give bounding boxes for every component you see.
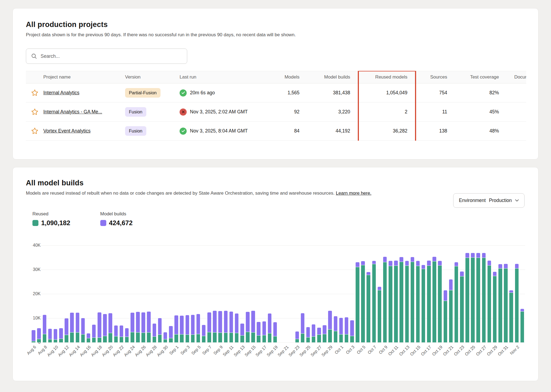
stacked-bar-sep-4[interactable]: [191, 315, 195, 342]
stacked-bar-oct-23[interactable]: [460, 272, 464, 342]
stacked-bar-oct-22[interactable]: [455, 262, 458, 342]
stacked-bar-sep-24[interactable]: [301, 313, 305, 342]
stacked-bar-aug-8[interactable]: [43, 315, 47, 342]
stacked-bar-aug-15[interactable]: [81, 318, 85, 342]
stacked-bar-sep-7[interactable]: [207, 312, 211, 342]
stacked-bar-sep-27[interactable]: [317, 328, 321, 342]
column-header-models[interactable]: Models: [270, 74, 308, 80]
stacked-bar-aug-30[interactable]: [164, 332, 167, 342]
stacked-bar-oct-14[interactable]: [411, 257, 414, 342]
stacked-bar-sep-25[interactable]: [306, 327, 310, 342]
stacked-bar-sep-16[interactable]: [257, 322, 261, 342]
learn-more-link[interactable]: Learn more here.: [336, 191, 371, 196]
stacked-bar-oct-15[interactable]: [416, 261, 420, 342]
column-header-model-builds[interactable]: Model builds: [308, 74, 359, 80]
column-header-version[interactable]: Version: [125, 74, 180, 80]
stacked-bar-oct-3[interactable]: [350, 320, 354, 342]
column-header-docum[interactable]: Docum: [508, 74, 526, 80]
stacked-bar-aug-25[interactable]: [136, 312, 140, 342]
stacked-bar-aug-24[interactable]: [131, 313, 134, 342]
stacked-bar-sep-9[interactable]: [218, 311, 222, 342]
environment-select[interactable]: Environment Production: [453, 193, 525, 208]
stacked-bar-oct-29[interactable]: [493, 272, 497, 342]
column-header-project-name[interactable]: Project name: [43, 74, 125, 80]
stacked-bar-oct-13[interactable]: [405, 261, 409, 342]
stacked-bar-aug-9[interactable]: [48, 329, 52, 342]
column-header-sources[interactable]: Sources: [416, 74, 456, 80]
stacked-bar-aug-23[interactable]: [125, 328, 129, 342]
stacked-bar-sep-5[interactable]: [196, 314, 200, 342]
stacked-bar-oct-10[interactable]: [389, 261, 392, 342]
stacked-bar-sep-11[interactable]: [229, 312, 233, 342]
stacked-bar-oct-2[interactable]: [345, 317, 349, 342]
stacked-bar-oct-21[interactable]: [449, 279, 453, 342]
stacked-bar-oct-25[interactable]: [471, 253, 475, 342]
stacked-bar-sep-19[interactable]: [273, 322, 277, 342]
stacked-bar-aug-12[interactable]: [65, 318, 68, 342]
stacked-bar-aug-10[interactable]: [54, 329, 57, 342]
stacked-bar-aug-7[interactable]: [37, 328, 41, 343]
stacked-bar-oct-26[interactable]: [476, 253, 480, 342]
stacked-bar-oct-1[interactable]: [339, 318, 343, 342]
stacked-bar-sep-18[interactable]: [268, 313, 272, 342]
stacked-bar-sep-2[interactable]: [180, 316, 184, 342]
stacked-bar-oct-31[interactable]: [504, 264, 508, 342]
stacked-bar-sep-23[interactable]: [295, 331, 299, 342]
stacked-bar-oct-12[interactable]: [399, 257, 403, 342]
stacked-bar-sep-14[interactable]: [246, 312, 250, 342]
stacked-bar-aug-6[interactable]: [32, 330, 35, 342]
stacked-bar-oct-5[interactable]: [361, 261, 365, 342]
stacked-bar-oct-30[interactable]: [498, 264, 502, 342]
project-name-cell[interactable]: Internal Analytics: [43, 90, 125, 96]
stacked-bar-oct-28[interactable]: [488, 261, 491, 342]
stacked-bar-oct-8[interactable]: [378, 287, 382, 342]
stacked-bar-sep-17[interactable]: [262, 321, 266, 342]
stacked-bar-oct-11[interactable]: [394, 261, 398, 342]
favorite-star-icon[interactable]: [26, 89, 43, 97]
stacked-bar-sep-8[interactable]: [213, 311, 217, 342]
stacked-bar-oct-7[interactable]: [372, 261, 376, 342]
stacked-bar-aug-17[interactable]: [92, 325, 96, 342]
stacked-bar-aug-16[interactable]: [87, 333, 90, 342]
stacked-bar-oct-16[interactable]: [422, 265, 425, 342]
stacked-bar-aug-26[interactable]: [141, 312, 145, 342]
column-header-reused-models[interactable]: Reused models: [359, 74, 416, 80]
stacked-bar-sep-28[interactable]: [323, 325, 326, 342]
stacked-bar-oct-20[interactable]: [444, 290, 447, 342]
stacked-bar-sep-1[interactable]: [174, 315, 178, 342]
stacked-bar-nov-2[interactable]: [515, 264, 519, 342]
stacked-bar-oct-24[interactable]: [465, 253, 469, 342]
stacked-bar-aug-14[interactable]: [76, 313, 80, 342]
stacked-bar-oct-4[interactable]: [356, 262, 359, 342]
stacked-bar-oct-19[interactable]: [438, 261, 442, 342]
stacked-bar-nov-3[interactable]: [520, 309, 524, 342]
stacked-bar-oct-18[interactable]: [432, 257, 436, 342]
favorite-star-icon[interactable]: [26, 108, 43, 116]
stacked-bar-oct-27[interactable]: [482, 253, 486, 342]
stacked-bar-aug-31[interactable]: [169, 326, 173, 342]
stacked-bar-oct-9[interactable]: [383, 257, 387, 342]
stacked-bar-aug-29[interactable]: [158, 318, 162, 342]
stacked-bar-sep-6[interactable]: [202, 325, 206, 342]
project-name-cell[interactable]: Internal Analytics - GA Me...: [43, 109, 125, 115]
stacked-bar-aug-22[interactable]: [120, 325, 123, 342]
stacked-bar-aug-13[interactable]: [70, 313, 74, 342]
stacked-bar-sep-15[interactable]: [251, 311, 255, 342]
column-header-test-coverage[interactable]: Test coverage: [456, 74, 508, 80]
favorite-star-icon[interactable]: [26, 127, 43, 135]
stacked-bar-sep-12[interactable]: [235, 313, 239, 342]
stacked-bar-nov-1[interactable]: [509, 290, 513, 342]
project-search[interactable]: [26, 49, 187, 64]
stacked-bar-oct-17[interactable]: [427, 261, 431, 342]
column-header-last-run[interactable]: Last run: [180, 74, 270, 80]
stacked-bar-aug-21[interactable]: [114, 325, 118, 342]
stacked-bar-aug-19[interactable]: [103, 314, 107, 342]
stacked-bar-sep-3[interactable]: [186, 315, 189, 342]
stacked-bar-sep-13[interactable]: [240, 324, 244, 342]
stacked-bar-sep-10[interactable]: [224, 311, 228, 342]
search-input[interactable]: [41, 53, 182, 59]
stacked-bar-sep-26[interactable]: [312, 324, 316, 342]
stacked-bar-oct-6[interactable]: [367, 272, 370, 342]
stacked-bar-aug-11[interactable]: [59, 328, 63, 343]
stacked-bar-aug-18[interactable]: [98, 312, 101, 342]
